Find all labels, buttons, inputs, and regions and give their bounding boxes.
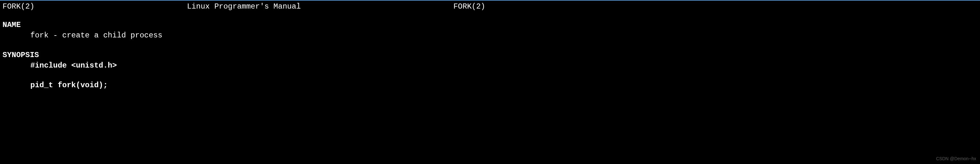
section-name-body: fork - create a child process bbox=[3, 30, 977, 41]
section-synopsis-heading: SYNOPSIS bbox=[3, 50, 977, 61]
section-name-heading: NAME bbox=[3, 20, 977, 31]
spacer bbox=[3, 71, 977, 80]
header-center-title: Linux Programmer's Manual bbox=[187, 1, 301, 12]
header-left-title: FORK(2) bbox=[3, 1, 35, 12]
watermark: CSDN @Demon--hx bbox=[936, 156, 976, 162]
synopsis-include: #include <unistd.h> bbox=[3, 60, 977, 71]
header-right-title: FORK(2) bbox=[453, 1, 485, 12]
manpage-content: NAME fork - create a child process SYNOP… bbox=[0, 20, 980, 91]
manpage-header: FORK(2) Linux Programmer's Manual FORK(2… bbox=[0, 1, 488, 12]
synopsis-declaration: pid_t fork(void); bbox=[3, 80, 977, 91]
